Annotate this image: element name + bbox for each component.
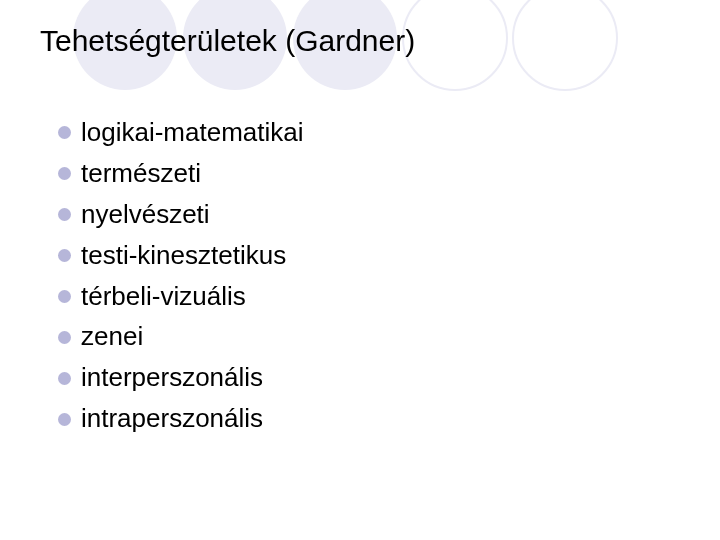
list-item: természeti (58, 159, 304, 189)
list-item: nyelvészeti (58, 200, 304, 230)
list-item: zenei (58, 322, 304, 352)
list-item: térbeli-vizuális (58, 282, 304, 312)
list-item: interperszonális (58, 363, 304, 393)
list-item: logikai-matematikai (58, 118, 304, 148)
bullet-icon (58, 249, 71, 262)
bullet-icon (58, 413, 71, 426)
list-item-label: testi-kinesztetikus (81, 241, 286, 271)
list-item-label: zenei (81, 322, 143, 352)
bullet-icon (58, 126, 71, 139)
list-item-label: intraperszonális (81, 404, 263, 434)
list-item-label: természeti (81, 159, 201, 189)
list-item-label: logikai-matematikai (81, 118, 304, 148)
list-item: intraperszonális (58, 404, 304, 434)
bullet-icon (58, 331, 71, 344)
svg-point-4 (513, 0, 617, 90)
bullet-icon (58, 208, 71, 221)
bullet-list: logikai-matematikai természeti nyelvésze… (58, 118, 304, 445)
list-item-label: nyelvészeti (81, 200, 210, 230)
list-item: testi-kinesztetikus (58, 241, 304, 271)
svg-point-3 (403, 0, 507, 90)
bullet-icon (58, 167, 71, 180)
list-item-label: interperszonális (81, 363, 263, 393)
list-item-label: térbeli-vizuális (81, 282, 246, 312)
slide-title: Tehetségterületek (Gardner) (40, 24, 415, 58)
bullet-icon (58, 290, 71, 303)
bullet-icon (58, 372, 71, 385)
